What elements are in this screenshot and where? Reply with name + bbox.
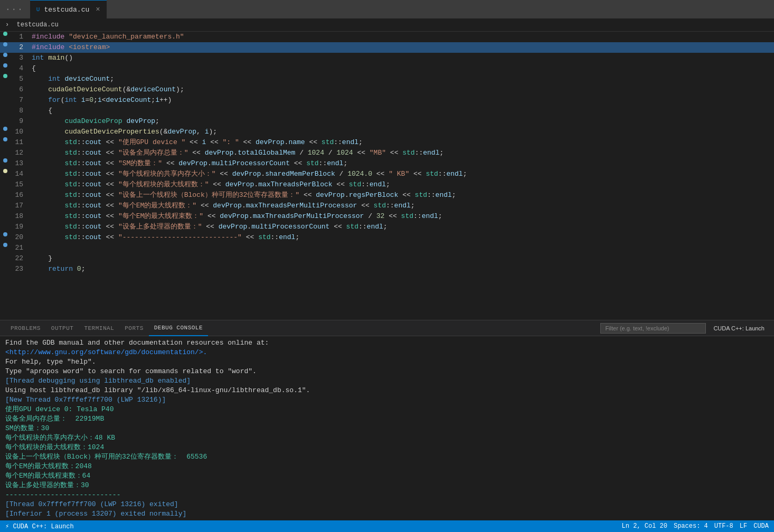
- line-content-5: int deviceCount;: [32, 74, 774, 84]
- table-row: 4 {: [0, 63, 774, 74]
- table-row: 20 std::cout << "-----------------------…: [0, 232, 774, 243]
- line-content-20: std::cout << "--------------------------…: [32, 232, 774, 243]
- line-number-13: 13: [11, 158, 32, 169]
- line-number-17: 17: [11, 201, 32, 211]
- launch-button[interactable]: CUDA C++: Launch: [709, 324, 769, 332]
- line-content-11: std::cout << "使用GPU device " << i << ": …: [32, 137, 774, 148]
- line-ending[interactable]: LF: [740, 522, 747, 530]
- table-row: 1 #include "device_launch_parameters.h": [0, 32, 774, 42]
- line-content-1: #include "device_launch_parameters.h": [32, 32, 774, 42]
- language-mode[interactable]: CUDA: [753, 522, 769, 530]
- line-number-6: 6: [11, 84, 32, 95]
- list-item: SM的数量：30: [5, 424, 769, 433]
- line-number-19: 19: [11, 222, 32, 232]
- tab-filename: testcuda.cu: [44, 6, 89, 14]
- line-content-10: cudaGetDeviceProperties(&devProp, i);: [32, 127, 774, 137]
- line-number-14: 14: [11, 169, 32, 179]
- window-controls: ···: [5, 5, 24, 14]
- line-number-15: 15: [11, 179, 32, 190]
- line-content-22: }: [32, 253, 774, 264]
- line-content-4: {: [32, 63, 774, 74]
- editor-area: 1 #include "device_launch_parameters.h" …: [0, 32, 774, 520]
- list-item: [Thread 0x7fffef7ff700 (LWP 13216) exite…: [5, 500, 769, 509]
- line-content-12: std::cout << "设备全局内存总量：" << devProp.tota…: [32, 148, 774, 158]
- table-row: 6 cudaGetDeviceCount(&deviceCount);: [0, 84, 774, 95]
- line-content-8: {: [32, 106, 774, 116]
- tab-output[interactable]: OUTPUT: [46, 320, 79, 336]
- table-row: 2 #include <iostream>: [0, 42, 774, 53]
- tab-ports[interactable]: PORTS: [119, 320, 149, 336]
- list-item: 使用GPU device 0: Tesla P40: [5, 405, 769, 414]
- debug-console-output: Find the GDB manual and other documentat…: [0, 336, 774, 520]
- line-number-1: 1: [11, 32, 32, 42]
- line-content-14: std::cout << "每个线程块的共享内存大小：" << devProp.…: [32, 169, 774, 179]
- table-row: 21: [0, 243, 774, 253]
- line-dot: [3, 127, 7, 131]
- line-dot: [3, 137, 7, 141]
- editor-tab[interactable]: U testcuda.cu ×: [30, 0, 107, 18]
- status-right: Ln 2, Col 20 Spaces: 4 UTF-8 LF CUDA: [622, 522, 769, 530]
- line-content-3: int main(): [32, 53, 774, 63]
- table-row: 9 cudaDeviceProp devProp;: [0, 116, 774, 127]
- line-content-23: return 0;: [32, 264, 774, 274]
- cursor-position[interactable]: Ln 2, Col 20: [622, 522, 667, 530]
- table-row: 19 std::cout << "设备上多处理器的数量：" << devProp…: [0, 222, 774, 232]
- list-item: [New Thread 0x7fffef7ff700 (LWP 13216)]: [5, 395, 769, 405]
- line-number-11: 11: [11, 137, 32, 148]
- tab-problems[interactable]: PROBLEMS: [5, 320, 46, 336]
- line-dot: [3, 169, 7, 173]
- table-row: 5 int deviceCount;: [0, 74, 774, 84]
- indent-spaces[interactable]: Spaces: 4: [674, 522, 708, 530]
- line-content-15: std::cout << "每个线程块的最大线程数：" << devProp.m…: [32, 179, 774, 190]
- list-item[interactable]: <http://www.gnu.org/software/gdb/documen…: [5, 348, 769, 357]
- list-item: 每个线程块的共享内存大小：48 KB: [5, 433, 769, 443]
- list-item: Using host libthread_db library "/lib/x8…: [5, 386, 769, 395]
- line-number-10: 10: [11, 127, 32, 137]
- list-item: ----------------------------: [5, 490, 769, 500]
- line-number-9: 9: [11, 116, 32, 127]
- table-row: 8 {: [0, 106, 774, 116]
- file-encoding[interactable]: UTF-8: [714, 522, 733, 530]
- line-content-6: cudaGetDeviceCount(&deviceCount);: [32, 84, 774, 95]
- main-content: 1 #include "device_launch_parameters.h" …: [0, 32, 774, 520]
- code-editor[interactable]: 1 #include "device_launch_parameters.h" …: [0, 32, 774, 320]
- line-indicator-13: [0, 158, 11, 163]
- table-row: 10 cudaGetDeviceProperties(&devProp, i);: [0, 127, 774, 137]
- line-indicator-1: [0, 32, 11, 36]
- line-indicator-11: [0, 137, 11, 141]
- tab-terminal[interactable]: TERMINAL: [79, 320, 119, 336]
- table-row: 23 return 0;: [0, 264, 774, 274]
- status-left: ⚡ CUDA C++: Launch: [5, 522, 74, 530]
- table-row: 3 int main(): [0, 53, 774, 63]
- line-dot: [3, 42, 7, 46]
- line-dot: [3, 243, 7, 247]
- list-item: 设备上一个线程块（Block）种可用的32位寄存器数量： 65536: [5, 452, 769, 462]
- breadcrumb-file[interactable]: testcuda.cu: [17, 21, 59, 28]
- line-content-2: #include <iostream>: [32, 42, 774, 53]
- panel-filter: CUDA C++: Launch: [600, 323, 769, 334]
- line-content-7: for(int i=0;i<deviceCount;i++): [32, 95, 774, 106]
- line-number-7: 7: [11, 95, 32, 106]
- tab-modified-indicator: U: [36, 6, 40, 13]
- line-indicator-3: [0, 53, 11, 57]
- table-row: 14 std::cout << "每个线程块的共享内存大小：" << devPr…: [0, 169, 774, 179]
- line-content-18: std::cout << "每个EM的最大线程束数：" << devProp.m…: [32, 211, 774, 222]
- tab-close-button[interactable]: ×: [96, 5, 100, 14]
- table-row: 13 std::cout << "SM的数量：" << devProp.mult…: [0, 158, 774, 169]
- table-row: 12 std::cout << "设备全局内存总量：" << devProp.t…: [0, 148, 774, 158]
- line-content-13: std::cout << "SM的数量：" << devProp.multiPr…: [32, 158, 774, 169]
- status-bar: ⚡ CUDA C++: Launch Ln 2, Col 20 Spaces: …: [0, 520, 774, 532]
- line-dot: [3, 232, 7, 236]
- list-item: 每个EM的最大线程数：2048: [5, 462, 769, 471]
- tab-debug-console[interactable]: DEBUG CONSOLE: [149, 320, 208, 336]
- line-number-5: 5: [11, 74, 32, 84]
- panel-tabs: PROBLEMS OUTPUT TERMINAL PORTS DEBUG CON…: [0, 320, 774, 336]
- line-dot: [3, 63, 7, 68]
- filter-input[interactable]: [600, 323, 706, 334]
- list-item: [Thread debugging using libthread_db ena…: [5, 376, 769, 386]
- list-item: 每个EM的最大线程束数：64: [5, 471, 769, 481]
- line-indicator-20: [0, 232, 11, 236]
- line-number-2: 2: [11, 42, 32, 53]
- debug-status[interactable]: ⚡ CUDA C++: Launch: [5, 522, 74, 530]
- line-content-16: std::cout << "设备上一个线程块（Block）种可用的32位寄存器数…: [32, 190, 774, 201]
